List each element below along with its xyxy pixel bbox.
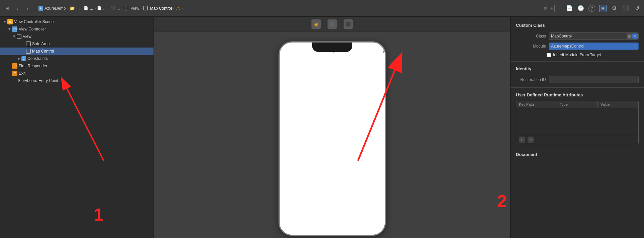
col-type: Type — [557, 101, 598, 108]
layout-icon[interactable]: ⬛ — [622, 5, 629, 12]
nav-item-vc[interactable]: ▶ VC View Controller — [0, 25, 154, 33]
canvas-tool-1[interactable]: ◉ — [311, 19, 321, 29]
breadcrumb-sep-3: › — [94, 6, 96, 11]
inspector-panel: Custom Class Class MapControl ⊙ ▼ Module… — [510, 17, 644, 238]
navigator-panel: ▶ S View Controller Scene ▶ VC View Cont… — [0, 17, 154, 238]
breadcrumb-folder[interactable]: 📁 ... — [70, 6, 80, 11]
nav-forward-button[interactable]: › — [23, 4, 31, 12]
module-row: Module AzureMapsControl — [511, 41, 644, 51]
svg-line-1 — [67, 89, 104, 161]
col-keypath: Key Path — [516, 101, 557, 108]
new-file-icon[interactable]: 📄 — [566, 5, 573, 12]
nav-item-first-responder[interactable]: FR First Responder — [0, 62, 154, 70]
nav-item-exit[interactable]: E Exit — [0, 70, 154, 77]
view-arrow: ▶ — [12, 34, 17, 39]
inherit-checkbox-row: Inherit Module From Target — [511, 51, 644, 59]
breadcrumb-sep-4: › — [108, 6, 109, 11]
module-label: Module — [516, 44, 546, 49]
divider-1 — [511, 61, 644, 62]
canvas-area: ◉ ⬡ ⬛ — [154, 17, 510, 238]
inherit-checkbox[interactable] — [547, 53, 551, 57]
breadcrumb-sep-6: › — [141, 6, 142, 11]
phone-notch — [312, 43, 352, 52]
vc-icon: VC — [12, 26, 17, 32]
nav-back-button[interactable]: ‹ — [13, 4, 21, 12]
inspector-icon[interactable]: ▣ — [599, 5, 607, 12]
module-value-box[interactable]: AzureMapsControl — [549, 43, 639, 50]
scene-arrow: ▶ — [3, 19, 7, 24]
class-stepper-prev[interactable]: ⊙ — [627, 33, 632, 39]
annotation-number-1: 1 — [94, 205, 103, 225]
canvas-tool-2[interactable]: ⬡ — [328, 19, 337, 29]
breadcrumb-doc2[interactable]: 📄 ... — [97, 6, 106, 11]
warning-icon[interactable]: ⚠ — [176, 6, 180, 11]
refresh-icon[interactable]: ↺ — [633, 5, 641, 12]
table-remove-button[interactable]: − — [528, 137, 534, 143]
restoration-id-label: Restoration ID — [516, 77, 546, 82]
add-panel-icon[interactable]: + — [549, 5, 555, 12]
restoration-id-input[interactable] — [549, 76, 639, 83]
divider-2 — [511, 87, 644, 88]
grid-icon[interactable]: ⊞ — [3, 4, 11, 12]
help-icon[interactable]: ? — [588, 5, 595, 12]
phone-screen — [280, 52, 385, 235]
class-dropdown[interactable]: ▼ — [632, 33, 638, 39]
table-add-button[interactable]: + — [519, 137, 525, 143]
col-value: Value — [598, 101, 638, 108]
class-row: Class MapControl ⊙ ▼ — [511, 31, 644, 41]
constraints-arrow: ▶ — [17, 56, 21, 61]
divider-3 — [511, 147, 644, 147]
annotation-number-2: 2 — [497, 191, 507, 211]
breadcrumb-sep-5: › — [121, 6, 122, 11]
exit-icon: E — [12, 71, 17, 76]
scene-icon: S — [7, 19, 13, 24]
selection-handle-right — [383, 51, 386, 53]
nav-item-constraints[interactable]: ▶ C Constraints — [0, 55, 154, 62]
canvas-tool-3[interactable]: ⬛ — [344, 19, 353, 29]
phone-mockup — [279, 42, 386, 236]
breadcrumb-sep-8: › — [182, 6, 183, 11]
hamburger-icon[interactable]: ≡ — [544, 5, 547, 11]
identity-title: Identity — [511, 64, 644, 73]
settings-icon[interactable]: ⚙ — [611, 5, 618, 12]
class-stepper[interactable]: ⊙ ▼ — [627, 33, 638, 39]
breadcrumb-azuredemo[interactable]: A AzureDemo — [38, 6, 66, 11]
breadcrumb-doc1[interactable]: 📄 ... — [84, 6, 93, 11]
toolbar-divider-1 — [35, 4, 35, 12]
class-label: Class — [516, 34, 546, 38]
first-responder-icon: FR — [12, 63, 17, 69]
runtime-attrs-table: Key Path Type Value + − — [516, 101, 639, 144]
breadcrumb-mapcontrol[interactable]: Map Control — [143, 6, 172, 11]
breadcrumb-sep-2: › — [81, 6, 82, 11]
nav-item-entry-point[interactable]: → Storyboard Entry Point — [0, 77, 154, 84]
breadcrumb-sep-1: › — [67, 6, 68, 11]
custom-class-title: Custom Class — [511, 21, 644, 30]
canvas-toolbar: ◉ ⬡ ⬛ — [154, 17, 510, 31]
entry-point-arrow: → — [12, 78, 16, 83]
breadcrumb-sep-7: ‹ — [173, 6, 175, 11]
main-toolbar: ⊞ ‹ › A AzureDemo › 📁 ... › 📄 ... › 📄 ..… — [0, 0, 644, 17]
breadcrumb-view[interactable]: View — [124, 6, 139, 11]
clock-icon[interactable]: 🕐 — [577, 5, 584, 12]
restoration-id-row: Restoration ID — [511, 75, 644, 85]
nav-item-scene[interactable]: ▶ S View Controller Scene — [0, 18, 154, 25]
class-value-box[interactable]: MapControl ⊙ ▼ — [549, 32, 639, 40]
phone-frame — [279, 42, 386, 236]
breadcrumb: A AzureDemo › 📁 ... › 📄 ... › 📄 ... › ⬛ … — [38, 6, 542, 11]
table-footer: + − — [516, 135, 638, 144]
nav-item-map-control[interactable]: Map Control — [0, 48, 154, 55]
map-control-icon — [26, 49, 31, 54]
nav-item-view[interactable]: ▶ View — [0, 33, 154, 40]
table-header: Key Path Type Value — [516, 101, 638, 108]
inherit-label: Inherit Module From Target — [553, 53, 601, 57]
nav-item-safe-area[interactable]: Safe Area — [0, 40, 154, 48]
breadcrumb-storyboard[interactable]: ⬛ ... — [110, 6, 120, 11]
toolbar-divider-2 — [560, 4, 560, 12]
constraints-icon: C — [21, 56, 26, 61]
runtime-attrs-title: User Defined Runtime Attributes — [511, 90, 644, 99]
table-body — [516, 108, 638, 135]
document-title: Document — [511, 150, 644, 159]
vc-arrow: ▶ — [7, 27, 12, 31]
safe-area-icon — [26, 42, 31, 46]
selection-handle-left — [279, 51, 281, 53]
